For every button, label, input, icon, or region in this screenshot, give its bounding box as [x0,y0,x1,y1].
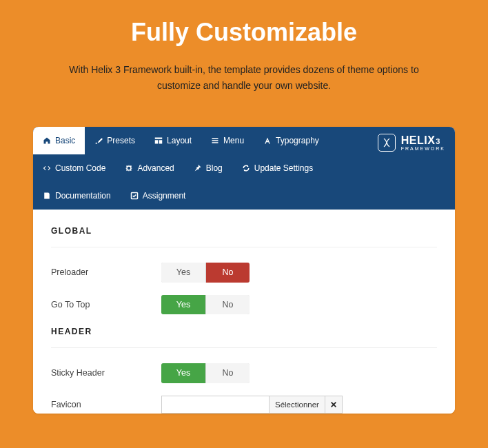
list-icon [211,136,219,145]
setting-row-gototop: Go To Top Yes No [51,295,437,315]
home-icon [43,136,51,145]
setting-label: Favicon [51,400,161,409]
tab-label: Presets [107,136,135,145]
toggle-no[interactable]: No [205,363,250,383]
toggle-preloader[interactable]: Yes No [161,263,250,283]
toggle-sticky[interactable]: Yes No [161,363,250,383]
helix-logo-icon [378,134,396,152]
brand-name: HELIX [401,134,436,146]
tab-label: Typography [276,136,319,145]
svg-rect-5 [212,142,218,143]
book-icon [43,192,51,200]
grid-icon [154,136,163,145]
tab-bar: Basic Presets Layout Menu [33,127,455,210]
brand-version: 3 [436,137,440,145]
tab-layout[interactable]: Layout [145,127,201,154]
tab-update-settings[interactable]: Update Settings [232,154,323,182]
tab-label: Assignment [143,192,186,200]
tab-assignment[interactable]: Assignment [121,182,196,210]
tab-label: Update Settings [254,164,313,172]
toggle-yes[interactable]: Yes [161,363,205,383]
tab-blog[interactable]: Blog [184,154,232,182]
code-icon [43,164,51,172]
font-icon [263,136,272,145]
tab-label: Documentation [55,192,111,200]
toggle-gototop[interactable]: Yes No [161,295,250,315]
toggle-no[interactable]: No [205,263,250,283]
favicon-clear-button[interactable] [325,396,343,414]
section-title-header: HEADER [51,327,437,348]
section-title-global: GLOBAL [51,226,437,247]
tab-label: Basic [55,136,75,145]
check-icon [130,192,139,200]
settings-panel: Basic Presets Layout Menu [33,127,455,414]
tab-label: Advanced [137,164,174,172]
favicon-input[interactable] [161,396,269,414]
brush-icon [94,136,103,145]
page-subtitle: With Helix 3 Framework built-in, the tem… [65,62,423,94]
pin-icon [194,164,202,172]
svg-rect-4 [212,140,218,141]
tab-advanced[interactable]: Advanced [115,154,183,182]
tab-custom-code[interactable]: Custom Code [33,154,115,182]
brand: HELIX3 FRAMEWORK [378,134,445,152]
toggle-no[interactable]: No [205,295,250,315]
setting-label: Sticky Header [51,368,161,378]
svg-rect-0 [155,138,163,139]
brand-sub: FRAMEWORK [401,146,445,151]
tab-label: Custom Code [55,164,105,172]
toggle-yes[interactable]: Yes [161,263,205,283]
tab-documentation[interactable]: Documentation [33,182,121,210]
tab-label: Layout [167,136,192,145]
setting-label: Go To Top [51,300,161,309]
gear-icon [125,164,133,172]
toggle-yes[interactable]: Yes [161,295,205,315]
tab-label: Blog [206,164,223,172]
tab-menu[interactable]: Menu [201,127,254,154]
setting-row-sticky: Sticky Header Yes No [51,363,437,383]
close-icon [330,401,337,408]
svg-rect-1 [155,140,159,143]
setting-label: Preloader [51,267,161,277]
tab-label: Menu [223,136,244,145]
svg-rect-3 [212,138,218,139]
tab-typography[interactable]: Typography [254,127,329,154]
tab-basic[interactable]: Basic [33,127,85,154]
favicon-select-button[interactable]: Sélectionner [269,396,325,414]
refresh-icon [242,164,250,172]
setting-row-preloader: Preloader Yes No [51,263,437,283]
page-title: Fully Customizable [0,18,488,47]
setting-row-favicon: Favicon Sélectionner [51,396,437,414]
tab-presets[interactable]: Presets [85,127,145,154]
svg-rect-2 [159,140,163,143]
